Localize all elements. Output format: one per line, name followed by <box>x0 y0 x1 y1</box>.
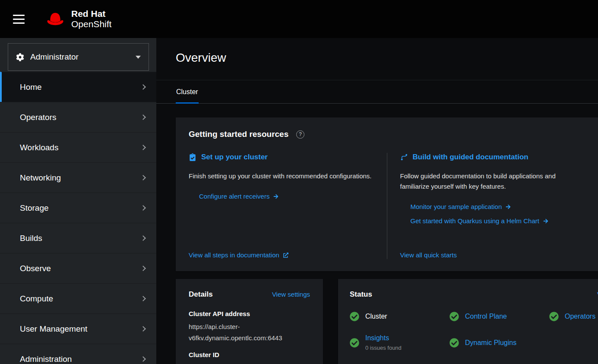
clipboard-check-icon <box>189 153 196 161</box>
status-control-plane-link[interactable]: Control Plane <box>465 313 507 320</box>
guided-documentation-column: Build with guided documentation Follow g… <box>387 153 598 259</box>
sidebar-item-administration[interactable]: Administration <box>0 344 156 364</box>
status-operators-link[interactable]: Operators <box>565 313 595 320</box>
check-circle-icon <box>449 338 459 348</box>
getting-started-title: Getting started resources <box>189 130 288 139</box>
page-header: Overview <box>156 38 598 80</box>
openshift-logo: Red Hat OpenShift <box>44 9 111 29</box>
brand-line-redhat: Red Hat <box>71 9 111 19</box>
chevron-right-icon <box>140 114 146 120</box>
main-content: Overview Cluster Getting started resourc… <box>156 38 598 364</box>
chevron-right-icon <box>140 356 146 362</box>
caret-down-icon <box>136 56 141 59</box>
chevron-right-icon <box>140 205 146 211</box>
status-insights-link[interactable]: Insights <box>365 334 389 342</box>
status-item-cluster: Cluster <box>350 312 449 321</box>
perspective-label: Administrator <box>30 52 79 62</box>
help-icon[interactable]: ? <box>296 130 304 139</box>
brand-line-openshift: OpenShift <box>71 19 111 29</box>
guided-documentation-description: Follow guided documentation to build app… <box>400 171 585 192</box>
check-circle-icon <box>449 312 459 321</box>
sidebar-item-label: Home <box>20 82 42 92</box>
chevron-right-icon <box>140 84 146 90</box>
configure-alert-receivers-link[interactable]: Configure alert receivers <box>199 193 278 200</box>
overview-content: Getting started resources ? Set up your … <box>156 104 598 364</box>
sidebar-item-home[interactable]: Home <box>0 72 156 102</box>
hamburger-icon <box>13 15 25 16</box>
nav-list: Home Operators Workloads Networking Stor… <box>0 72 156 364</box>
status-title: Status <box>350 290 372 299</box>
status-cluster-label[interactable]: Cluster <box>365 313 387 320</box>
view-all-quick-starts-link[interactable]: View all quick starts <box>400 251 457 259</box>
page-title: Overview <box>176 51 598 65</box>
external-link-icon <box>283 253 288 258</box>
sidebar-item-label: Builds <box>20 234 42 243</box>
sidebar-item-user-management[interactable]: User Management <box>0 313 156 344</box>
chevron-right-icon <box>140 145 146 150</box>
sidebar-nav: Administrator Home Operators Workloads N… <box>0 38 156 364</box>
masthead: Red Hat OpenShift <box>0 0 598 38</box>
chevron-right-icon <box>140 266 146 271</box>
sidebar-item-label: Compute <box>20 294 53 304</box>
sidebar-item-label: User Management <box>20 324 87 334</box>
sidebar-item-label: Storage <box>20 203 49 213</box>
monitor-sample-app-link[interactable]: Monitor your sample application <box>411 203 511 210</box>
sidebar-item-storage[interactable]: Storage <box>0 193 156 223</box>
status-dynamic-plugins-link[interactable]: Dynamic Plugins <box>465 339 516 346</box>
nav-toggle-button[interactable] <box>13 15 25 24</box>
chevron-right-icon <box>140 235 146 241</box>
arrow-right-icon <box>273 194 278 199</box>
chevron-right-icon <box>140 296 146 301</box>
sidebar-item-observe[interactable]: Observe <box>0 253 156 283</box>
cluster-id-label: Cluster ID <box>189 351 310 358</box>
check-circle-icon <box>350 312 359 321</box>
guided-documentation-link[interactable]: Build with guided documentation <box>400 153 585 161</box>
sidebar-item-compute[interactable]: Compute <box>0 283 156 313</box>
status-card: Status View alerts Cluster <box>338 279 598 364</box>
gear-icon <box>16 53 24 61</box>
view-settings-link[interactable]: View settings <box>272 291 310 298</box>
sidebar-item-networking[interactable]: Networking <box>0 162 156 193</box>
arrow-right-icon <box>543 218 548 224</box>
chevron-right-icon <box>140 326 146 332</box>
brand-text: Red Hat OpenShift <box>71 9 111 29</box>
perspective-switcher[interactable]: Administrator <box>8 43 149 71</box>
sidebar-item-label: Observe <box>20 264 51 273</box>
sidebar-item-label: Operators <box>20 113 56 122</box>
insights-issues-count: 0 issues found <box>365 345 402 351</box>
sidebar-item-label: Workloads <box>20 143 58 152</box>
details-card: Details View settings Cluster API addres… <box>176 279 323 364</box>
status-item-dynamic-plugins: Dynamic Plugins <box>449 334 549 351</box>
arrow-right-icon <box>506 204 511 209</box>
sidebar-item-workloads[interactable]: Workloads <box>0 132 156 162</box>
tab-bar: Cluster <box>156 80 598 104</box>
cluster-api-address-value: https://api.cluster-v6fkv.dynamic.opentl… <box>189 321 313 344</box>
setup-cluster-title: Set up your cluster <box>201 153 268 161</box>
sidebar-item-label: Networking <box>20 173 61 183</box>
quarkus-helm-chart-link[interactable]: Get started with Quarkus using a Helm Ch… <box>411 217 548 225</box>
details-title: Details <box>189 290 213 299</box>
guided-documentation-title: Build with guided documentation <box>413 153 528 161</box>
setup-cluster-column: Set up your cluster Finish setting up yo… <box>176 153 387 259</box>
guided-route-icon <box>400 153 408 161</box>
check-circle-icon <box>549 312 559 321</box>
status-item-operators: Operators <box>549 312 598 321</box>
getting-started-header: Getting started resources ? <box>176 130 598 139</box>
setup-cluster-link[interactable]: Set up your cluster <box>189 153 374 161</box>
view-all-steps-link[interactable]: View all steps in documentation <box>189 251 288 259</box>
chevron-right-icon <box>140 175 146 180</box>
check-circle-icon <box>350 338 359 348</box>
redhat-fedora-icon <box>44 10 67 28</box>
status-item-insights: Insights 0 issues found <box>350 334 449 351</box>
sidebar-item-operators[interactable]: Operators <box>0 102 156 132</box>
getting-started-card: Getting started resources ? Set up your … <box>176 117 598 271</box>
sidebar-item-label: Administration <box>20 355 72 364</box>
status-item-control-plane: Control Plane <box>449 312 549 321</box>
sidebar-item-builds[interactable]: Builds <box>0 223 156 253</box>
cluster-api-address-label: Cluster API address <box>189 310 310 317</box>
tab-cluster[interactable]: Cluster <box>176 88 199 103</box>
setup-cluster-description: Finish setting up your cluster with reco… <box>189 171 374 181</box>
